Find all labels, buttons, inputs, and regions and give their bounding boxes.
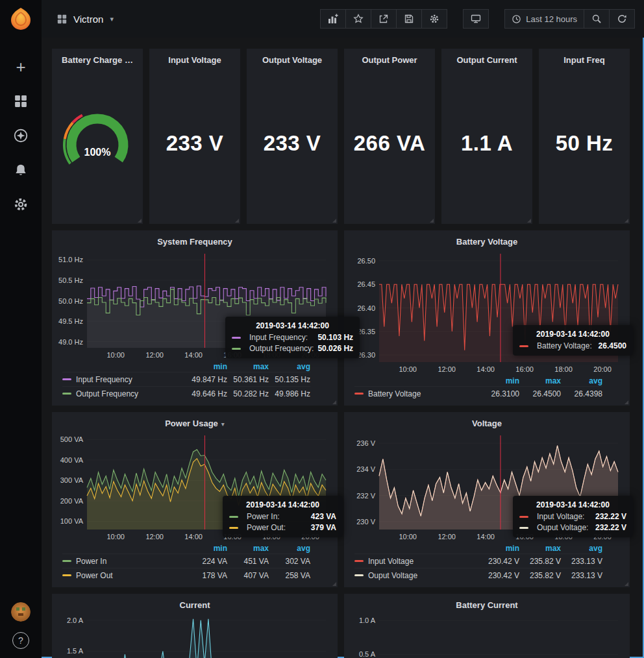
sidebar-item-alerting[interactable]	[12, 162, 29, 178]
legend-stat-value: 451 VA	[227, 557, 269, 566]
x-axis-label: 14:00	[184, 351, 203, 359]
y-axis-label: 50.0 Hz	[58, 297, 83, 305]
sidebar-item-dashboards[interactable]	[12, 93, 29, 110]
stat-panel-input-freq: Input Freq50 Hz	[539, 49, 630, 224]
panel-title-text: Battery Current	[456, 600, 517, 610]
stat-panel-output-voltage: Output Voltage233 V	[247, 49, 338, 224]
panel-title[interactable]: Input Freq	[544, 52, 625, 67]
panel-title-text: System Frequency	[157, 237, 232, 247]
graph-canvas[interactable]: 230 V232 V234 V236 V10:0012:0014:0016:00…	[349, 430, 625, 542]
plot-svg: 0.5 A1.0 A1.5 A2.0 A10:0012:0014:0016:00…	[57, 612, 332, 658]
legend-col-max[interactable]: max	[519, 376, 561, 385]
user-avatar[interactable]	[11, 602, 31, 622]
chevron-down-icon: ▾	[110, 15, 114, 23]
sidebar-item-configuration[interactable]	[12, 196, 29, 213]
cycle-view-mode-button[interactable]	[463, 9, 489, 29]
stat-value: 1.1 A	[461, 131, 513, 156]
panel-title[interactable]: Output Current	[447, 52, 527, 67]
save-dashboard-button[interactable]	[396, 9, 422, 29]
stat-panel-battery-charge-: Battery Charge …100%	[52, 49, 143, 224]
legend-col-avg[interactable]: avg	[561, 544, 602, 553]
legend-series-name: Power Out	[76, 571, 186, 580]
legend-series-input-frequency[interactable]: Input Frequency49.847 Hz50.361 Hz50.135 …	[62, 372, 310, 386]
panel-title[interactable]: Battery Voltage	[349, 234, 625, 249]
star-dashboard-button[interactable]	[345, 9, 371, 29]
panel-title[interactable]: Current	[57, 597, 332, 612]
legend-stat-value: 235.82 V	[519, 557, 561, 566]
y-axis-label: 232 V	[356, 492, 375, 500]
legend-series-name: Output Frequency	[76, 389, 186, 398]
graph-canvas[interactable]: 49.0 Hz49.5 Hz50.0 Hz50.5 Hz51.0 Hz10:00…	[57, 249, 332, 361]
legend-stat-value: 49.646 Hz	[186, 389, 227, 398]
x-axis-label: 16:00	[223, 351, 242, 359]
share-icon	[378, 14, 389, 24]
legend-header: minmaxavg	[354, 542, 602, 554]
zoom-out-button[interactable]	[584, 9, 610, 29]
refresh-icon	[617, 14, 627, 24]
legend-series-ouput-voltage[interactable]: Ouput Voltage230.42 V235.82 V233.13 V	[354, 568, 602, 582]
legend-series-name: Battery Voltage	[368, 389, 478, 398]
legend-header: minmaxavg	[62, 542, 310, 554]
x-axis-label: 16:00	[223, 533, 242, 541]
graph-canvas[interactable]: 0.0 A0.5 A1.0 A10:0012:0014:0016:0018:00…	[349, 612, 625, 658]
panel-title[interactable]: Output Power	[349, 52, 430, 67]
panel-title[interactable]: Voltage	[349, 415, 625, 430]
series-swatch-icon	[62, 574, 71, 576]
legend-series-output-frequency[interactable]: Output Frequency49.646 Hz50.282 Hz49.986…	[62, 386, 310, 400]
panel-title[interactable]: Battery Charge …	[57, 52, 138, 67]
legend-series-power-out[interactable]: Power Out178 VA407 VA258 VA	[62, 568, 310, 582]
grafana-logo[interactable]	[8, 6, 34, 32]
sidebar-item-create[interactable]: +	[12, 58, 29, 75]
legend-col-max[interactable]: max	[227, 362, 269, 371]
panel-title[interactable]: Output Voltage	[252, 52, 332, 67]
panel-title-text: Power Usage	[165, 419, 218, 428]
time-range-picker[interactable]: Last 12 hours	[504, 9, 584, 29]
legend-col-min[interactable]: min	[478, 544, 519, 553]
legend: minmaxavgPower In224 VA451 VA302 VAPower…	[57, 542, 332, 583]
graph-canvas[interactable]: 0.5 A1.0 A1.5 A2.0 A10:0012:0014:0016:00…	[57, 612, 332, 658]
legend-series-input-voltage[interactable]: Input Voltage230.42 V235.82 V233.13 V	[354, 554, 602, 568]
legend-col-max[interactable]: max	[519, 544, 561, 553]
panel-title[interactable]: Power Usage▾	[57, 415, 332, 430]
legend-col-min[interactable]: min	[186, 362, 227, 371]
panel-menu-caret-icon[interactable]: ▾	[221, 420, 225, 428]
panel-battery-voltage: Battery Voltage26.3026.3526.4026.4526.50…	[344, 230, 630, 406]
y-axis-label: 1.5 A	[67, 647, 84, 655]
legend-col-avg[interactable]: avg	[561, 376, 602, 385]
legend-series-battery-voltage[interactable]: Battery Voltage26.310026.450026.4398	[354, 386, 602, 400]
legend-stat-value: 50.135 Hz	[269, 375, 310, 384]
series-swatch-icon	[354, 560, 364, 562]
x-axis-label: 10:00	[399, 365, 417, 373]
y-axis-label: 26.35	[357, 328, 375, 335]
legend-stat-value: 178 VA	[186, 571, 227, 580]
legend-col-avg[interactable]: avg	[269, 544, 310, 553]
legend-col-avg[interactable]: avg	[269, 362, 310, 371]
legend-col-max[interactable]: max	[227, 544, 269, 553]
panel-title[interactable]: Battery Current	[349, 597, 625, 612]
panel-title[interactable]: Input Voltage	[155, 52, 235, 67]
legend-stat-value: 50.361 Hz	[227, 375, 269, 384]
panel-title[interactable]: System Frequency	[57, 234, 332, 249]
x-axis-label: 10:00	[106, 533, 125, 541]
panel-current: Current0.5 A1.0 A1.5 A2.0 A10:0012:0014:…	[52, 594, 338, 658]
share-dashboard-button[interactable]	[371, 9, 397, 29]
dashboards-grid-icon	[14, 95, 27, 108]
star-icon	[353, 14, 364, 24]
legend-col-min[interactable]: min	[478, 376, 519, 385]
dashboard-settings-button[interactable]	[421, 9, 447, 29]
legend-series-power-in[interactable]: Power In224 VA451 VA302 VA	[62, 554, 310, 568]
legend-stat-value: 230.42 V	[478, 557, 519, 566]
y-axis-label: 100 VA	[60, 517, 84, 525]
legend-col-min[interactable]: min	[186, 544, 227, 553]
sidebar-item-explore[interactable]	[12, 127, 29, 144]
dashboard-title-dropdown[interactable]: Victron ▾	[57, 14, 114, 25]
graph-canvas[interactable]: 100 VA200 VA300 VA400 VA500 VA10:0012:00…	[57, 430, 332, 542]
add-panel-button[interactable]	[320, 9, 346, 29]
graph-canvas[interactable]: 26.3026.3526.4026.4526.5010:0012:0014:00…	[349, 249, 625, 375]
legend-stat-value: 233.13 V	[561, 557, 602, 566]
x-axis-label: 18:00	[554, 365, 573, 373]
y-axis-label: 200 VA	[60, 497, 84, 505]
refresh-button[interactable]	[609, 9, 635, 29]
stat-value: 233 V	[264, 131, 321, 156]
help-button[interactable]: ?	[12, 632, 29, 649]
